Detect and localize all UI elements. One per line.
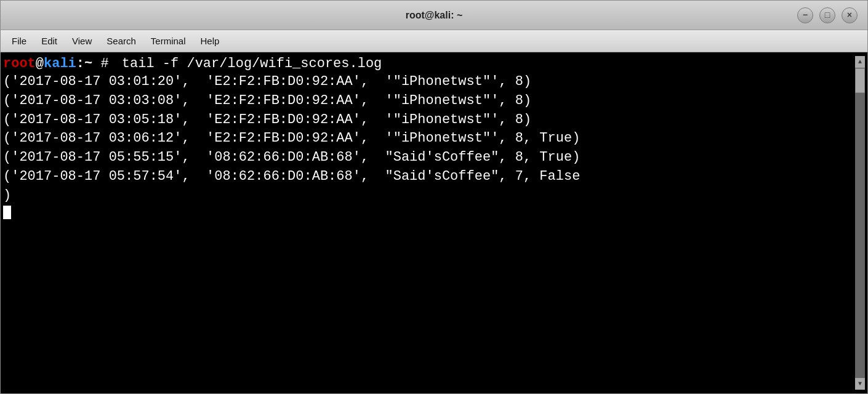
close-button[interactable]: × — [842, 7, 858, 23]
window-title: root@kali: ~ — [406, 10, 463, 21]
menu-file[interactable]: File — [6, 33, 33, 49]
prompt-host: kali — [44, 56, 76, 71]
prompt-at: @ — [36, 56, 44, 71]
output-line-5: ('2017-08-17 05:57:54', '08:62:66:D0:AB:… — [3, 167, 855, 187]
closing-paren: ) — [3, 187, 855, 206]
menu-view[interactable]: View — [66, 33, 98, 49]
scrollbar-thumb[interactable] — [855, 68, 865, 93]
scrollbar-track[interactable] — [855, 68, 865, 377]
menu-terminal[interactable]: Terminal — [145, 33, 192, 49]
menu-edit[interactable]: Edit — [35, 33, 63, 49]
output-line-4: ('2017-08-17 05:55:15', '08:62:66:D0:AB:… — [3, 148, 855, 167]
prompt-path: :~ — [76, 56, 92, 71]
window-controls: − □ × — [797, 7, 858, 23]
output-line-1: ('2017-08-17 03:03:08', 'E2:F2:FB:D0:92:… — [3, 92, 855, 111]
output-line-0: ('2017-08-17 03:01:20', 'E2:F2:FB:D0:92:… — [3, 73, 855, 92]
prompt-symbol: # — [92, 56, 117, 71]
scrollbar-down-button[interactable]: ▼ — [855, 377, 865, 390]
maximize-button[interactable]: □ — [819, 7, 835, 23]
menu-help[interactable]: Help — [195, 33, 226, 49]
menubar: File Edit View Search Terminal Help — [1, 30, 867, 52]
terminal-area[interactable]: root @ kali :~ # tail -f /var/log/wifi_s… — [1, 52, 867, 393]
titlebar: root@kali: ~ − □ × — [1, 1, 867, 30]
cursor — [3, 206, 11, 219]
prompt-line: root @ kali :~ # tail -f /var/log/wifi_s… — [3, 56, 855, 71]
output-line-3: ('2017-08-17 03:06:12', 'E2:F2:FB:D0:92:… — [3, 129, 855, 148]
prompt-user: root — [3, 56, 36, 71]
scrollbar-up-button[interactable]: ▲ — [855, 56, 865, 68]
minimize-button[interactable]: − — [797, 7, 813, 23]
output-line-2: ('2017-08-17 03:05:18', 'E2:F2:FB:D0:92:… — [3, 111, 855, 130]
scrollbar[interactable]: ▲ ▼ — [855, 56, 865, 390]
menu-search[interactable]: Search — [100, 33, 142, 49]
terminal-window: root@kali: ~ − □ × File Edit View Search… — [0, 0, 868, 394]
terminal-content: root @ kali :~ # tail -f /var/log/wifi_s… — [3, 56, 855, 390]
prompt-command: tail -f /var/log/wifi_scores.log — [122, 56, 382, 71]
